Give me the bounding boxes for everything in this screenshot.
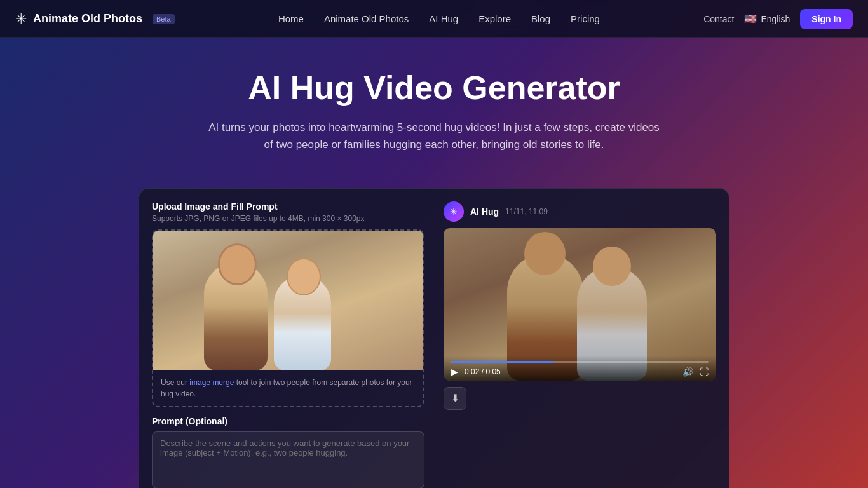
nav-link-animate[interactable]: Animate Old Photos	[324, 13, 409, 24]
controls-left: ▶ 0:02 / 0:05	[451, 367, 501, 377]
nav-links: Home Animate Old Photos AI Hug Explore B…	[278, 13, 600, 24]
left-panel: Upload Image and Fill Prompt Supports JP…	[152, 201, 437, 488]
download-button[interactable]: ⬇	[444, 387, 466, 410]
photo-child-left	[204, 262, 268, 370]
hero-subtitle: AI turns your photos into heartwarming 5…	[205, 119, 663, 153]
nav-beta-badge: Beta	[153, 14, 175, 24]
nav-link-home[interactable]: Home	[278, 13, 304, 24]
controls-right: 🔊 ⛶	[682, 367, 709, 377]
play-button[interactable]: ▶	[451, 367, 458, 377]
chat-timestamp: 11/11, 11:09	[505, 207, 548, 216]
nav-contact-link[interactable]: Contact	[703, 14, 734, 24]
ai-avatar: ✳	[444, 201, 464, 222]
nav-logo-text: Animate Old Photos	[33, 12, 142, 25]
upload-area[interactable]: Use our image merge tool to join two peo…	[152, 229, 424, 407]
upload-label: Upload Image and Fill Prompt	[152, 201, 424, 212]
sign-in-button[interactable]: Sign In	[800, 9, 853, 29]
video-progress-fill	[451, 361, 554, 363]
photo-child-right	[274, 275, 331, 370]
hero-title: AI Hug Video Generator	[13, 70, 855, 106]
upload-image-preview	[153, 231, 423, 370]
upload-hint: Use our image merge tool to join two peo…	[153, 370, 423, 406]
nav-link-blog[interactable]: Blog	[531, 13, 550, 24]
video-progress-bar[interactable]	[451, 361, 709, 363]
hero-section: AI Hug Video Generator AI turns your pho…	[0, 38, 868, 173]
nav-link-ai-hug[interactable]: AI Hug	[429, 13, 458, 24]
upload-sublabel: Supports JPG, PNG or JPEG files up to 4M…	[152, 214, 424, 223]
volume-icon[interactable]: 🔊	[682, 367, 693, 377]
nav-link-pricing[interactable]: Pricing	[571, 13, 600, 24]
video-controls: ▶ 0:02 / 0:05 🔊 ⛶	[444, 356, 716, 381]
nav-language-selector[interactable]: 🇺🇸 English	[744, 13, 790, 25]
image-merge-link[interactable]: image merge	[189, 378, 234, 387]
nav-logo[interactable]: ✳ Animate Old Photos Beta	[15, 11, 175, 27]
nav-lang-label: English	[761, 14, 790, 24]
time-current: 0:02	[465, 367, 479, 376]
logo-icon: ✳	[15, 11, 27, 27]
prompt-textarea[interactable]	[152, 431, 424, 488]
time-total: 0:05	[485, 367, 500, 376]
prompt-label: Prompt (Optional)	[152, 416, 424, 426]
nav-link-explore[interactable]: Explore	[478, 13, 511, 24]
ai-chat-name: AI Hug	[470, 207, 499, 217]
hint-text-prefix: Use our	[161, 378, 189, 387]
flag-icon: 🇺🇸	[744, 13, 757, 25]
video-time-display: 0:02 / 0:05	[465, 367, 501, 376]
chat-header: ✳ AI Hug 11/11, 11:09	[444, 201, 716, 222]
controls-row: ▶ 0:02 / 0:05 🔊 ⛶	[451, 367, 709, 377]
main-card: Upload Image and Fill Prompt Supports JP…	[139, 188, 729, 488]
photo-simulation	[153, 231, 423, 370]
right-panel: ✳ AI Hug 11/11, 11:09 ▶ 0:02	[437, 201, 716, 488]
nav-right: Contact 🇺🇸 English Sign In	[703, 9, 853, 29]
video-player[interactable]: ▶ 0:02 / 0:05 🔊 ⛶	[444, 228, 716, 381]
navbar: ✳ Animate Old Photos Beta Home Animate O…	[0, 0, 868, 38]
fullscreen-icon[interactable]: ⛶	[700, 367, 709, 377]
